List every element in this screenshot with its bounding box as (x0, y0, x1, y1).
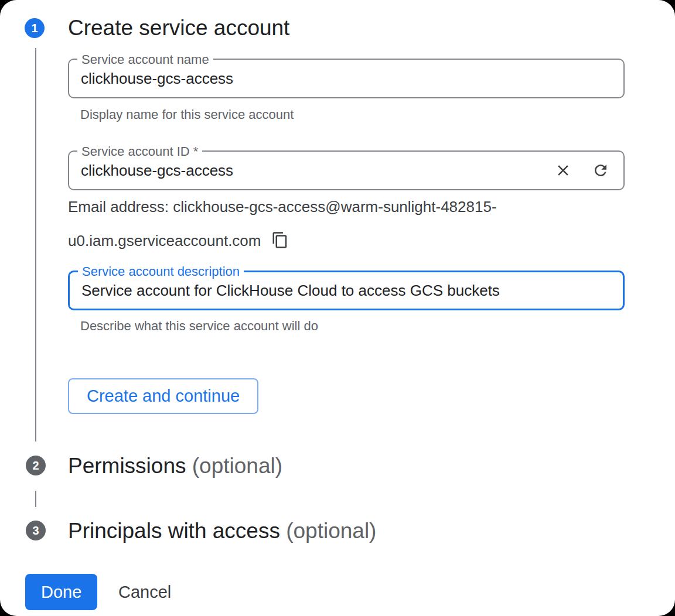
email-line-2: u0.iam.gserviceaccount.com (68, 224, 497, 258)
create-and-continue-button[interactable]: Create and continue (68, 378, 258, 414)
page-title: Create service account (68, 15, 289, 41)
service-account-description-input[interactable] (70, 272, 623, 309)
service-account-id-field[interactable]: Service account ID * (68, 150, 625, 190)
step-1-indicator: 1 (25, 18, 45, 38)
service-account-name-input[interactable] (69, 60, 623, 97)
copy-icon[interactable] (271, 231, 289, 249)
step-3-title-text: Principals with access (68, 519, 280, 543)
step-connector-line-2 (35, 491, 36, 507)
create-service-account-dialog: 1 Create service account Service account… (0, 0, 675, 616)
close-icon[interactable] (553, 160, 573, 180)
service-account-name-field[interactable]: Service account name (68, 59, 625, 98)
service-account-id-input[interactable] (69, 152, 623, 189)
step-3-optional-text: (optional) (286, 519, 376, 543)
step-3-indicator: 3 (26, 521, 46, 540)
step-2-title: Permissions (optional) (68, 453, 282, 479)
step-connector-line (35, 48, 36, 442)
refresh-icon[interactable] (591, 160, 611, 180)
cancel-button[interactable]: Cancel (103, 574, 186, 610)
step-2-optional-text: (optional) (192, 454, 282, 478)
name-helper-text: Display name for this service account (80, 107, 294, 122)
description-helper-text: Describe what this service account will … (80, 319, 318, 334)
email-address-text: Email address: clickhouse-gcs-access@war… (68, 190, 497, 258)
service-account-description-field[interactable]: Service account description (68, 271, 625, 310)
step-2-title-text: Permissions (68, 454, 186, 478)
step-3-title: Principals with access (optional) (68, 518, 376, 544)
email-line-1: Email address: clickhouse-gcs-access@war… (68, 190, 497, 224)
step-2-indicator: 2 (26, 456, 46, 475)
done-button[interactable]: Done (25, 574, 97, 610)
